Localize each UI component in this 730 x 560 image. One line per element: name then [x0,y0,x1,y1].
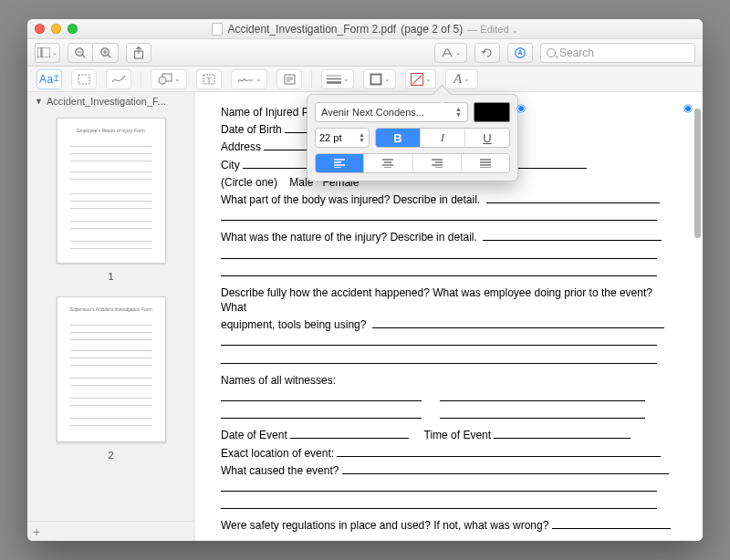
view-mode-button[interactable]: ⌄ [35,43,60,63]
sidebar-heading[interactable]: ▼ Accident_Investigation_F... [27,92,194,110]
sidebar-footer: + [27,521,194,541]
font-size-stepper[interactable]: 22 pt ▲▼ [315,128,370,148]
text-style-popover: Avenir Next Condens... ▲▼ 22 pt ▲▼ B I U [307,94,518,181]
search-placeholder: Search [559,47,594,59]
line-style-tool[interactable]: ⌄ [321,69,354,89]
page-thumbnail-1[interactable]: Employee's Report of Injury Form [57,118,166,264]
align-left-button[interactable] [316,154,363,172]
field-date-event: Date of Event [221,429,287,441]
thumbnail-label-2: 2 [108,450,113,461]
text-selection-tool[interactable]: AaᏆ [36,69,62,89]
field-cause: What caused the event? [221,464,339,477]
font-family-select[interactable]: Avenir Next Condens... ▲▼ [315,102,468,122]
zoom-window-button[interactable] [68,24,78,34]
shapes-tool[interactable]: ⌄ [151,69,187,89]
field-body-part: What part of the body was injured? Descr… [221,193,480,206]
minimize-window-button[interactable] [51,24,61,34]
thumbnails-sidebar: ▼ Accident_Investigation_F... Employee's… [27,92,195,541]
svg-line-3 [82,55,85,57]
zoom-out-button[interactable] [68,43,93,63]
rotate-button[interactable] [474,43,500,63]
field-describe-1: Describe fully how the accident happened… [221,286,652,314]
fill-color-tool[interactable]: ⌄ [405,69,436,89]
font-family-value: Avenir Next Condens... [321,107,424,118]
sketch-tool[interactable] [106,69,131,89]
sign-tool[interactable]: ⌄ [231,69,267,89]
vertical-scrollbar[interactable] [694,99,701,534]
rect-select-tool[interactable] [71,69,97,89]
field-dob: Date of Birth [221,123,282,136]
field-name-injured: Name of Injured Per [221,106,318,119]
italic-button[interactable]: I [420,129,464,147]
field-injury-nature: What was the nature of the injury? Descr… [221,231,477,244]
selection-handle[interactable] [684,105,692,112]
thumbnail-label-1: 1 [108,271,113,282]
markup-toggle-button[interactable] [507,43,533,63]
field-witnesses: Names of all witnesses: [221,374,336,387]
align-center-button[interactable] [363,154,412,172]
title-filename: Accident_Investigation_Form 2.pdf [227,23,396,36]
text-tool[interactable]: T [196,69,222,89]
font-size-value: 22 pt [319,132,341,143]
separator [311,71,312,88]
zoom-in-button[interactable] [93,43,119,63]
svg-rect-12 [78,75,89,84]
field-describe-2: equipment, tools being using? [221,318,366,331]
bold-button[interactable]: B [376,129,420,147]
align-right-button[interactable] [412,154,461,172]
highlight-button[interactable]: ⌄ [434,43,467,63]
svg-line-6 [108,55,110,57]
align-justify-button[interactable] [461,154,509,172]
text-align-segment [315,153,510,173]
svg-rect-24 [370,74,381,84]
border-color-tool[interactable]: ⌄ [363,69,396,89]
pdf-file-icon [212,23,223,36]
field-time-event: Time of Event [424,429,492,441]
share-button[interactable] [126,43,151,63]
text-color-well[interactable] [474,102,510,122]
note-tool[interactable] [276,69,302,89]
close-window-button[interactable] [35,24,45,34]
titlebar: Accident_Investigation_Form 2.pdf (page … [27,19,703,39]
field-city: City [221,159,240,171]
window-title: Accident_Investigation_Form 2.pdf (page … [212,23,517,36]
underline-button[interactable]: U [464,129,509,147]
field-safety-regs: Were safety regulations in place and use… [221,519,548,532]
add-page-button[interactable]: + [33,524,40,539]
app-window: Accident_Investigation_Form 2.pdf (page … [27,19,703,541]
svg-text:T: T [206,75,212,84]
page-thumbnail-2[interactable]: Supervisor's Accident Investigation Form [57,296,166,442]
field-address: Address [221,140,261,153]
title-pageinfo: (page 2 of 5) [401,23,463,36]
field-circle-one: (Circle one) [221,176,277,189]
disclosure-triangle-icon[interactable]: ▼ [35,97,43,106]
markup-toolbar: AaᏆ ⌄ T ⌄ ⌄ ⌄ ⌄ A⌄ [27,67,703,92]
svg-rect-0 [37,47,41,57]
svg-point-14 [159,77,166,84]
selection-handle[interactable] [517,105,525,112]
text-style-tool[interactable]: A⌄ [445,69,478,89]
sidebar-filename: Accident_Investigation_F... [47,96,166,107]
separator [141,71,141,88]
text-style-segment: B I U [375,128,510,148]
main-toolbar: ⌄ ⌄ Search [27,39,703,67]
search-icon [547,48,556,57]
title-edited[interactable]: — Edited ⌄ [467,24,517,35]
field-location: Exact location of event: [221,447,334,460]
svg-rect-1 [42,47,50,57]
search-field[interactable]: Search [540,43,695,63]
